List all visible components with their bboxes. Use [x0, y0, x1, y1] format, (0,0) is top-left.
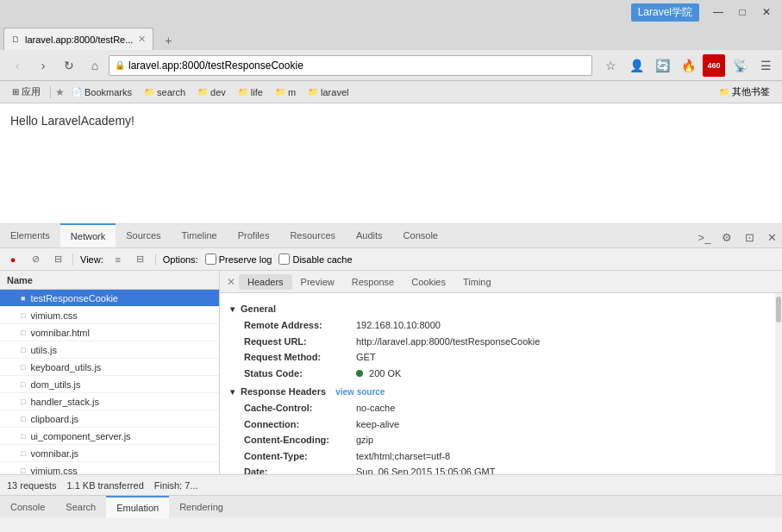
detail-body: General Remote Address: 192.168.10.10:80…: [220, 293, 775, 474]
bookmark-label-life: life: [251, 87, 263, 97]
bookmark-folder-icon-laravel: 📁: [308, 87, 318, 97]
bookmark-item-search[interactable]: 📁 search: [139, 85, 191, 99]
badge-460: 460: [703, 54, 725, 77]
other-bookmarks-button[interactable]: 📁 其他书签: [714, 84, 775, 100]
devtools-console-button[interactable]: >_: [694, 227, 715, 247]
devtools-close-button[interactable]: ✕: [761, 227, 782, 247]
stop-button[interactable]: ⊘: [28, 252, 43, 267]
menu-button[interactable]: ☰: [754, 54, 777, 77]
devtools-panel: Elements Network Sources Timeline Profil…: [0, 224, 782, 517]
bottom-tab-rendering[interactable]: Rendering: [169, 496, 234, 518]
bookmark-item-m[interactable]: 📁 m: [270, 85, 301, 99]
content-type-value: text/html;charset=utf-8: [356, 449, 450, 464]
browser-tab-active[interactable]: 🗋 laravel.app:8000/testRe... ✕: [3, 28, 153, 50]
devtools-tab-timeline[interactable]: Timeline: [172, 223, 228, 247]
date-row: Date: Sun, 06 Sep 2015 15:05:06 GMT: [230, 464, 765, 474]
disable-cache-checkbox[interactable]: [278, 253, 290, 265]
devtools-tab-network[interactable]: Network: [60, 223, 116, 247]
forward-button[interactable]: ›: [31, 53, 55, 78]
detail-scroll-thumb: [776, 297, 781, 322]
devtools-tab-audits[interactable]: Audits: [346, 223, 393, 247]
bookmark-item-bookmarks[interactable]: 📄 Bookmarks: [66, 85, 137, 99]
devtools-dock-button[interactable]: ⊡: [739, 227, 760, 247]
devtools-tab-resources[interactable]: Resources: [279, 223, 346, 247]
detail-tab-response[interactable]: Response: [343, 274, 404, 290]
network-item-ui-component-server-js[interactable]: □ ui_component_server.js: [0, 428, 219, 445]
content-encoding-value: gzip: [356, 433, 373, 448]
close-button[interactable]: ✕: [754, 3, 779, 21]
star-button[interactable]: ☆: [599, 54, 622, 77]
detail-tab-headers[interactable]: Headers: [239, 274, 292, 290]
bottom-tab-emulation[interactable]: Emulation: [106, 496, 169, 518]
network-item-utils-js[interactable]: □ utils.js: [0, 341, 219, 359]
finish-time: Finish: 7...: [154, 480, 198, 491]
new-tab-button[interactable]: +: [157, 31, 179, 50]
bottom-tab-search[interactable]: Search: [55, 496, 106, 518]
brand-label: Laravel学院: [631, 3, 699, 22]
address-input[interactable]: [128, 59, 586, 72]
request-method-value: GET: [356, 350, 376, 365]
status-code-key: Status Code:: [244, 366, 356, 381]
home-button[interactable]: ⌂: [83, 53, 107, 78]
bookmark-folder-icon-search: 📁: [144, 87, 154, 97]
detail-tab-cookies[interactable]: Cookies: [403, 274, 454, 290]
cache-control-key: Cache-Control:: [244, 401, 356, 416]
network-file-list[interactable]: Name ■ testResponseCookie □ vimium.css □…: [0, 271, 220, 474]
network-item-dom-utils-js[interactable]: □ dom_utils.js: [0, 376, 219, 393]
list-view-button[interactable]: ≡: [110, 252, 126, 267]
file-name: vimium.css: [30, 310, 77, 321]
apps-label: 应用: [22, 85, 41, 98]
date-value: Sun, 06 Sep 2015 15:05:06 GMT: [356, 465, 495, 474]
devtools-tab-sources[interactable]: Sources: [116, 223, 171, 247]
bookmark-item-dev[interactable]: 📁 dev: [192, 85, 231, 99]
devtools-content: Name ■ testResponseCookie □ vimium.css □…: [0, 271, 782, 474]
bookmark-label-dev: dev: [210, 87, 226, 97]
network-item-handler-stack-js[interactable]: □ handler_stack.js: [0, 393, 219, 410]
large-view-button[interactable]: ⊟: [133, 252, 148, 267]
detail-scrollbar[interactable]: [775, 293, 782, 474]
view-source-link[interactable]: view source: [335, 387, 385, 397]
network-item-vimium-css-2[interactable]: □ vimium.css: [0, 462, 219, 474]
network-list-header: Name: [0, 271, 219, 290]
preserve-log-checkbox[interactable]: [205, 253, 216, 265]
address-bar[interactable]: 🔒: [109, 55, 592, 76]
network-item-keyboard-utils-js[interactable]: □ keyboard_utils.js: [0, 359, 219, 376]
disable-cache-label[interactable]: Disable cache: [278, 253, 352, 265]
filter-button[interactable]: ⊟: [50, 252, 66, 267]
devtools-settings-button[interactable]: ⚙: [716, 227, 737, 247]
general-section-header[interactable]: General: [230, 304, 765, 314]
rss-icon: 📡: [729, 54, 751, 77]
minimize-button[interactable]: —: [706, 3, 730, 21]
detail-tab-preview[interactable]: Preview: [292, 274, 343, 290]
file-type-icon: □: [21, 415, 25, 423]
content-encoding-key: Content-Encoding:: [244, 433, 356, 448]
network-item-testResponseCookie[interactable]: ■ testResponseCookie: [0, 290, 219, 307]
bookmark-item-laravel[interactable]: 📁 laravel: [303, 85, 353, 99]
preserve-log-label[interactable]: Preserve log: [205, 253, 272, 265]
bottom-tab-console[interactable]: Console: [0, 496, 55, 518]
devtools-tab-console[interactable]: Console: [393, 223, 448, 247]
devtools-tab-elements[interactable]: Elements: [0, 223, 60, 247]
maximize-button[interactable]: □: [730, 3, 754, 21]
file-type-icon: □: [21, 449, 25, 458]
response-headers-section-header[interactable]: Response Headers view source: [230, 386, 765, 397]
network-item-vimium-css-1[interactable]: □ vimium.css: [0, 307, 219, 324]
detail-tab-timing[interactable]: Timing: [454, 274, 500, 290]
bookmark-separator: [50, 86, 51, 98]
cache-control-value: no-cache: [356, 401, 395, 416]
back-button[interactable]: ‹: [5, 53, 29, 78]
request-detail-panel: ✕ Headers Preview Response Cookies Timin…: [220, 271, 782, 474]
tab-close-button[interactable]: ✕: [138, 34, 146, 45]
record-button[interactable]: ●: [5, 252, 21, 267]
network-item-vomnibar-js[interactable]: □ vomnibar.js: [0, 445, 219, 462]
reload-button[interactable]: ↻: [57, 53, 81, 78]
network-item-clipboard-js[interactable]: □ clipboard.js: [0, 410, 219, 428]
detail-tabs: ✕ Headers Preview Response Cookies Timin…: [220, 271, 782, 293]
bookmarks-bar: ⊞ 应用 ★ 📄 Bookmarks 📁 search 📁 dev 📁 life…: [0, 81, 782, 103]
network-item-vomnibar-html[interactable]: □ vomnibar.html: [0, 324, 219, 341]
file-type-icon: ■: [21, 294, 25, 303]
apps-button[interactable]: ⊞ 应用: [7, 84, 46, 100]
detail-close-button[interactable]: ✕: [223, 274, 239, 290]
bookmark-item-life[interactable]: 📁 life: [233, 85, 268, 99]
devtools-tab-profiles[interactable]: Profiles: [228, 223, 280, 247]
